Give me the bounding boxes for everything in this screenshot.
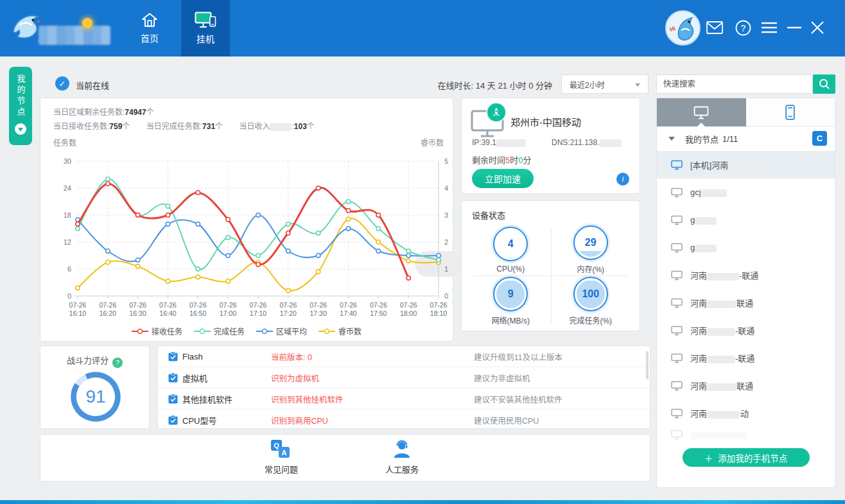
faq-link[interactable]: QA 常见问题 [230,440,333,475]
online-duration: 在线时长: 14 天 21 小时 0 分钟 [411,79,552,91]
monitor-icon [671,298,683,308]
svg-text:0: 0 [444,292,448,300]
accelerate-button[interactable]: 立即加速 [472,169,534,188]
tab-computer-nodes[interactable] [657,98,746,126]
gauge-label: 完成任务(%) [569,315,612,326]
svg-text:17:50: 17:50 [370,309,387,317]
titlebar: 首页 挂机 Hi ? [0,0,845,56]
node-name: gcj [690,187,727,197]
scrollbar-thumb[interactable] [646,351,649,379]
legend-marker-icon [194,328,211,335]
redacted-text [690,431,747,439]
avatar[interactable]: Hi [665,10,701,46]
sidebar-tab-my-nodes[interactable]: 我的节点 [9,67,32,145]
stat-finished: 当日完成任务数:731个 [146,122,223,131]
node-group-count: 1/11 [722,134,738,144]
help-links-card: QA 常见问题 人工服务 [40,434,650,482]
node-name: g [690,215,717,225]
node-list-item[interactable]: 河南联通 [657,289,835,317]
svg-text:16:10: 16:10 [69,309,86,317]
stat-line-2: 当日接收任务数:759个 当日完成任务数:731个 当日收入:103个 [53,120,315,131]
score-title: 战斗力评分? [40,354,149,368]
node-list-item[interactable]: g [657,206,835,234]
node-group-header[interactable]: 我的节点 1/11 C [657,126,835,151]
security-checklist-card: Flash 当前版本: 0 建议升级到11及以上版本 虚拟机 识别为虚拟机 建议… [157,345,650,429]
node-list-item[interactable]: 河南-联通 [657,261,835,289]
legend-item[interactable]: 区域平均 [256,326,307,336]
svg-text:07-26: 07-26 [69,301,87,309]
node-list-item[interactable]: [本机]河南 [657,151,835,178]
node-name: 河南动 [690,407,749,419]
clipboard-check-icon [168,415,178,425]
node-list-item[interactable]: g [657,234,835,261]
check-suggestion: 建议升级到11及以上版本 [474,351,562,363]
node-group-label: 我的节点 [685,133,719,145]
dns-value: DNS:211.138. [552,138,622,147]
chevron-down-icon [15,123,26,135]
check-row: CPU型号 识别到商用CPU 建议使用民用CPU [158,410,650,429]
qa-icon: QA [271,440,292,459]
svg-text:16:40: 16:40 [159,309,176,317]
check-status: 识别到商用CPU [271,414,328,426]
minimize-icon [787,26,801,29]
redacted-text [707,356,735,363]
svg-text:07-26: 07-26 [340,301,357,309]
node-list-item[interactable]: 河南动 [657,399,835,427]
monitor-icon [671,430,683,440]
score-help-icon[interactable]: ? [112,358,123,368]
select-caret-icon [635,83,640,87]
node-list-item[interactable]: 河南-联通 [657,317,835,344]
node-list-item[interactable]: 河南联通 [657,372,835,399]
help-button[interactable]: ? [733,18,753,37]
online-status-label: 当前在线 [76,79,109,91]
check-status: 当前版本: 0 [271,351,312,363]
phone-icon [785,105,795,120]
menu-button[interactable] [760,18,779,37]
svg-text:16:50: 16:50 [189,309,206,317]
legend-marker-icon [132,328,148,335]
redacted-text [707,273,739,281]
legend-item[interactable]: 睿币数 [318,326,362,336]
gauge-label: 内存(%) [577,263,604,274]
svg-text:4: 4 [444,184,448,192]
legend-item[interactable]: 完成任务 [194,326,245,336]
svg-text:07-26: 07-26 [430,301,448,309]
add-phone-node-button[interactable]: ＋ 添加我的手机节点 [683,448,810,467]
refresh-button[interactable]: C [812,131,827,146]
node-list-item[interactable]: gcj [657,178,835,206]
svg-text:17:30: 17:30 [310,309,327,317]
svg-text:18:00: 18:00 [400,309,417,317]
tab-home[interactable]: 首页 [126,0,173,56]
score-value: 91 [68,369,123,424]
online-check-icon: ✓ [55,76,69,91]
node-list-item[interactable]: 河南-联通 [657,344,835,372]
tab-phone-nodes[interactable] [746,98,835,126]
search-input[interactable] [657,75,812,93]
search-button[interactable] [813,74,835,94]
svg-text:07-26: 07-26 [309,301,327,309]
time-range-select[interactable]: 最近2小时 [561,74,649,94]
tab-hangup[interactable]: 挂机 [181,0,230,56]
info-icon[interactable]: i [616,173,629,186]
customer-service-link[interactable]: 人工服务 [351,440,453,475]
bottom-accent-bar [0,500,845,504]
gauge-circle: 9 [493,277,528,311]
redacted-text [701,189,727,197]
logo-text-redacted [39,26,110,45]
node-name: 河南-联通 [690,269,758,281]
mail-button[interactable] [705,18,724,37]
node-list-item[interactable] [657,427,835,442]
svg-text:0: 0 [67,292,71,300]
check-suggestion: 建议为非虚拟机 [474,372,530,384]
check-name: 虚拟机 [182,372,207,384]
minimize-button[interactable] [785,18,804,37]
device-status-title: 设备状态 [472,209,505,221]
svg-text:07-26: 07-26 [129,301,146,309]
search-icon [819,78,830,90]
close-button[interactable] [808,18,827,37]
svg-text:16:20: 16:20 [100,309,116,317]
clipboard-check-icon [168,352,178,361]
check-row: 虚拟机 识别为虚拟机 建议为非虚拟机 [158,367,650,388]
node-name: 河南-联通 [690,352,754,364]
legend-item[interactable]: 接收任务 [132,326,182,336]
